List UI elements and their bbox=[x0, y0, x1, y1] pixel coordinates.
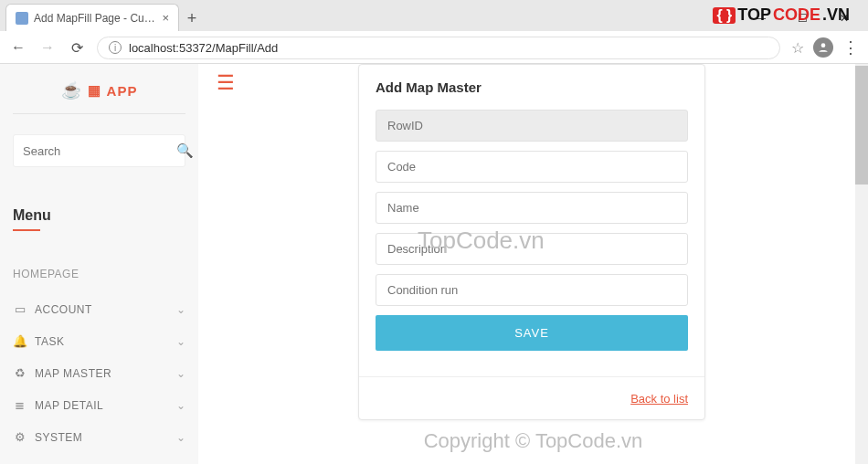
browser-tab[interactable]: Add MapFill Page - Customer Ca × bbox=[5, 4, 179, 31]
app-logo[interactable]: ☕ ▦ APP bbox=[13, 80, 185, 114]
sidebar-item-label: TASK bbox=[35, 335, 64, 348]
sidebar-item-task[interactable]: 🔔 TASK ⌄ bbox=[13, 325, 185, 357]
form-title: Add Map Master bbox=[359, 65, 704, 110]
sidebar-item-homepage[interactable]: HOMEPAGE bbox=[13, 258, 185, 293]
sidebar: ☕ ▦ APP 🔍 Menu HOMEPAGE ▭ ACCOUNT ⌄ 🔔 TA… bbox=[0, 64, 198, 464]
menu-heading-underline bbox=[13, 229, 40, 231]
chevron-down-icon: ⌄ bbox=[176, 431, 186, 444]
account-icon: ▭ bbox=[13, 302, 27, 316]
save-button[interactable]: SAVE bbox=[376, 315, 688, 351]
page-body: ☕ ▦ APP 🔍 Menu HOMEPAGE ▭ ACCOUNT ⌄ 🔔 TA… bbox=[0, 64, 868, 464]
bookmark-icon[interactable]: ☆ bbox=[791, 39, 804, 57]
rowid-field bbox=[376, 110, 688, 142]
browser-menu-icon[interactable]: ⋮ bbox=[842, 37, 859, 58]
sidebar-item-label: MAP MASTER bbox=[35, 367, 111, 380]
chevron-down-icon: ⌄ bbox=[176, 303, 186, 316]
app-name: APP bbox=[107, 83, 138, 99]
sidebar-item-label: SYSTEM bbox=[35, 431, 82, 444]
description-field[interactable] bbox=[376, 233, 688, 265]
sidebar-item-map-master[interactable]: ♻ MAP MASTER ⌄ bbox=[13, 357, 185, 389]
site-info-icon[interactable]: i bbox=[109, 41, 122, 54]
tab-close-icon[interactable]: × bbox=[162, 11, 169, 25]
code-field[interactable] bbox=[376, 151, 688, 183]
sidebar-item-label: MAP DETAIL bbox=[35, 399, 103, 412]
address-bar: ← → ⟳ i localhost:53372/MapFill/Add ☆ ⋮ bbox=[0, 31, 868, 64]
page-scrollbar[interactable] bbox=[855, 64, 868, 464]
sidebar-item-label: ACCOUNT bbox=[35, 303, 92, 316]
search-box[interactable]: 🔍 bbox=[13, 134, 185, 167]
chevron-down-icon: ⌄ bbox=[176, 367, 186, 380]
nav-reload-icon[interactable]: ⟳ bbox=[68, 39, 86, 57]
search-input[interactable] bbox=[23, 144, 176, 158]
sidebar-item-account[interactable]: ▭ ACCOUNT ⌄ bbox=[13, 293, 185, 325]
sidebar-item-about[interactable]: ⓘ ABOUT ⌄ bbox=[13, 453, 185, 464]
watermark-logo: { }TOPCODE.VN bbox=[713, 5, 850, 25]
main-content: ☰ TopCode.vn Add Map Master SAVE Back to… bbox=[198, 64, 868, 464]
bell-icon: 🔔 bbox=[13, 334, 27, 348]
sidebar-item-map-detail[interactable]: ≣ MAP DETAIL ⌄ bbox=[13, 389, 185, 421]
gear-icon: ⚙ bbox=[13, 430, 27, 444]
coffee-icon: ☕ bbox=[61, 80, 82, 100]
new-tab-button[interactable]: + bbox=[179, 5, 205, 31]
url-bar[interactable]: i localhost:53372/MapFill/Add bbox=[97, 37, 780, 59]
chevron-down-icon: ⌄ bbox=[176, 399, 186, 412]
grid-icon: ▦ bbox=[88, 82, 101, 99]
nav-back-icon[interactable]: ← bbox=[9, 39, 27, 56]
recycle-icon: ♻ bbox=[13, 366, 27, 380]
tab-title: Add MapFill Page - Customer Ca bbox=[34, 12, 156, 25]
nav-forward-icon[interactable]: → bbox=[38, 39, 57, 56]
menu-list: HOMEPAGE ▭ ACCOUNT ⌄ 🔔 TASK ⌄ ♻ MAP MAST… bbox=[13, 258, 185, 464]
chevron-down-icon: ⌄ bbox=[176, 335, 186, 348]
tab-favicon bbox=[16, 12, 28, 25]
hamburger-icon[interactable]: ☰ bbox=[217, 71, 235, 95]
search-icon[interactable]: 🔍 bbox=[176, 142, 194, 159]
scrollbar-thumb[interactable] bbox=[855, 66, 868, 185]
back-to-list-link[interactable]: Back to list bbox=[630, 392, 688, 406]
name-field[interactable] bbox=[376, 192, 688, 224]
list-icon: ≣ bbox=[13, 398, 27, 412]
svg-point-0 bbox=[821, 43, 826, 47]
sidebar-item-system[interactable]: ⚙ SYSTEM ⌄ bbox=[13, 421, 185, 453]
sidebar-item-label: HOMEPAGE bbox=[13, 268, 79, 280]
menu-heading: Menu bbox=[13, 207, 185, 224]
form-card: Add Map Master SAVE Back to list bbox=[358, 64, 705, 420]
profile-avatar-icon[interactable] bbox=[813, 37, 833, 58]
url-text: localhost:53372/MapFill/Add bbox=[129, 41, 278, 55]
condition-field[interactable] bbox=[376, 274, 688, 306]
watermark-footer: Copyright © TopCode.vn bbox=[198, 429, 868, 453]
